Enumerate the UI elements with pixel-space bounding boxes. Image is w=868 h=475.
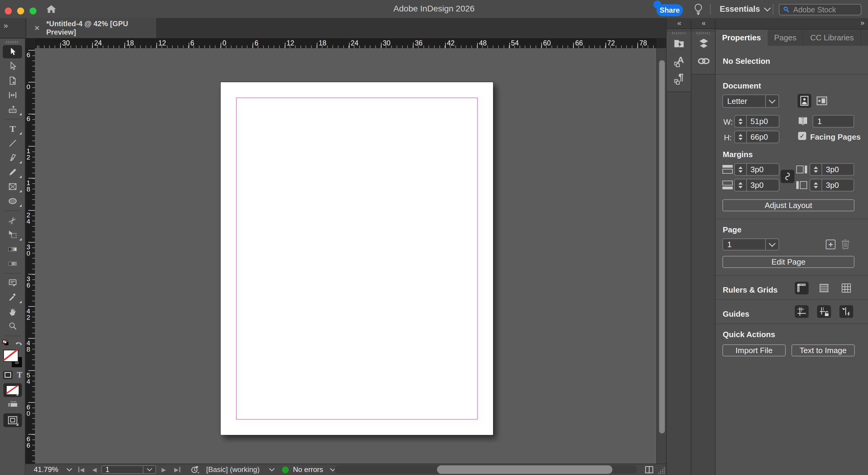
margin-bottom-field[interactable]: 3p0 xyxy=(734,179,779,192)
margin-inside-stepper[interactable] xyxy=(810,179,822,191)
fill-none-swatch[interactable] xyxy=(3,350,19,362)
first-page-icon[interactable]: ◀ xyxy=(79,464,84,475)
page-number-field[interactable]: 1 xyxy=(101,465,156,474)
eyedropper-tool[interactable] xyxy=(0,290,25,305)
width-stepper[interactable] xyxy=(735,115,747,127)
margin-inside-field[interactable]: 3p0 xyxy=(809,179,854,192)
spread-view-icon[interactable] xyxy=(644,466,655,475)
share-button[interactable]: Share xyxy=(656,4,683,16)
next-page-icon[interactable]: ▶ xyxy=(161,464,166,475)
workspace-switcher[interactable]: Essentials xyxy=(720,0,770,18)
lightbulb-icon[interactable] xyxy=(693,3,704,18)
adobe-stock-search-input[interactable]: Adobe Stock xyxy=(779,4,861,15)
expand-toolbar-chevrons[interactable]: » xyxy=(0,18,25,38)
document-grid-icon[interactable] xyxy=(839,282,853,294)
pen-tool[interactable] xyxy=(0,150,25,165)
ellipse-tool[interactable] xyxy=(0,194,25,208)
close-window-button[interactable] xyxy=(5,7,12,14)
character-styles-icon[interactable]: A xyxy=(667,53,691,70)
horizontal-scrollbar[interactable] xyxy=(335,465,637,474)
selection-tool[interactable] xyxy=(0,44,25,59)
width-value[interactable]: 51p0 xyxy=(747,115,779,127)
page-dropdown-chevron[interactable] xyxy=(143,466,156,473)
vertical-scrollbar-thumb[interactable] xyxy=(659,60,665,434)
dock-drag-handle[interactable] xyxy=(672,32,685,34)
formatting-affects-container-icon[interactable] xyxy=(3,371,13,379)
height-field[interactable]: 66p0 xyxy=(734,131,779,143)
home-icon[interactable] xyxy=(45,4,57,15)
view-options-icon[interactable] xyxy=(7,401,18,410)
landscape-orientation-button[interactable] xyxy=(815,94,829,108)
pages-count-field[interactable]: 1 xyxy=(812,115,854,128)
zoom-window-button[interactable] xyxy=(30,7,36,14)
horizontal-scrollbar-thumb[interactable] xyxy=(437,465,613,474)
collapse-dock-chevrons[interactable]: « xyxy=(667,18,691,29)
zoom-level[interactable]: 41.79% xyxy=(34,464,58,475)
gap-tool[interactable] xyxy=(0,88,25,102)
edit-page-button[interactable]: Edit Page xyxy=(722,256,855,268)
baseline-grid-icon[interactable] xyxy=(817,282,831,294)
tab-pages[interactable]: Pages xyxy=(768,30,804,46)
margin-outside-field[interactable]: 3p0 xyxy=(809,163,854,176)
line-tool[interactable] xyxy=(0,136,25,150)
apply-none-button[interactable] xyxy=(3,383,22,397)
ruler-origin-corner[interactable] xyxy=(25,38,35,48)
add-page-icon[interactable]: + xyxy=(826,240,835,249)
close-tab-icon[interactable]: × xyxy=(34,24,40,33)
toolbar-drag-handle[interactable] xyxy=(6,41,19,43)
show-guides-icon[interactable] xyxy=(795,305,809,318)
gradient-swatch-tool[interactable] xyxy=(0,242,25,257)
preflight-chevron[interactable] xyxy=(270,464,274,475)
margin-inside-value[interactable]: 3p0 xyxy=(822,179,854,191)
height-value[interactable]: 66p0 xyxy=(747,131,779,143)
rectangle-frame-tool[interactable] xyxy=(0,179,25,194)
portrait-orientation-button[interactable] xyxy=(798,94,811,108)
default-fill-stroke-icon[interactable] xyxy=(2,340,10,348)
margin-outside-value[interactable]: 3p0 xyxy=(822,164,854,175)
zoom-dropdown-chevron[interactable] xyxy=(67,464,72,475)
tab-properties[interactable]: Properties xyxy=(715,30,768,46)
adjust-layout-button[interactable]: Adjust Layout xyxy=(722,199,855,211)
show-rulers-icon[interactable] xyxy=(795,282,809,294)
preflight-profile[interactable]: [Basic] (working) xyxy=(206,464,259,475)
previous-page-icon[interactable]: ◀ xyxy=(92,464,97,475)
collapse-panel-chevrons[interactable]: » xyxy=(715,18,868,30)
height-stepper[interactable] xyxy=(735,131,747,143)
pencil-tool[interactable] xyxy=(0,165,25,179)
gradient-feather-tool[interactable] xyxy=(0,257,25,271)
vertical-scrollbar[interactable] xyxy=(656,48,666,464)
last-page-icon[interactable]: ▶ xyxy=(174,464,180,475)
page-size-select[interactable]: Letter xyxy=(722,95,779,108)
dock-drag-handle[interactable] xyxy=(696,32,710,34)
page-select[interactable]: 1 xyxy=(722,238,779,250)
margin-top-stepper[interactable] xyxy=(735,164,747,175)
minimize-window-button[interactable] xyxy=(17,7,24,14)
free-transform-tool[interactable] xyxy=(0,228,25,242)
link-margins-icon[interactable] xyxy=(781,170,795,183)
formatting-affects-text-icon[interactable]: T xyxy=(17,370,22,380)
links-icon[interactable] xyxy=(691,53,716,70)
facing-pages-checkbox[interactable] xyxy=(798,132,806,140)
smart-guides-icon[interactable] xyxy=(839,305,853,318)
paragraph-styles-icon[interactable]: ¶ xyxy=(667,70,691,87)
collapse-dock-chevrons[interactable]: « xyxy=(691,18,715,29)
margin-top-value[interactable]: 3p0 xyxy=(747,164,779,175)
screen-mode-button[interactable] xyxy=(3,413,22,427)
scissors-tool[interactable]: ✂ xyxy=(0,213,25,228)
hand-tool[interactable] xyxy=(0,305,25,319)
zoom-tool[interactable] xyxy=(0,319,25,334)
layers-icon[interactable] xyxy=(691,35,716,53)
tab-cc-libraries[interactable]: CC Libraries xyxy=(804,30,861,46)
document-tab[interactable]: × *Untitled-4 @ 42% [GPU Preview] xyxy=(27,18,156,38)
preflight-icon[interactable] xyxy=(190,464,199,475)
margin-top-field[interactable]: 3p0 xyxy=(734,163,779,176)
page-tool[interactable] xyxy=(0,73,25,88)
width-field[interactable]: 51p0 xyxy=(734,115,779,128)
text-to-image-button[interactable]: Text to Image xyxy=(792,344,855,357)
resize-grip-icon[interactable] xyxy=(658,467,665,475)
pages-count-value[interactable]: 1 xyxy=(813,115,854,127)
horizontal-ruler[interactable]: 30241812606121824303642485460667278 xyxy=(35,38,656,48)
type-tool[interactable]: T xyxy=(0,122,25,136)
content-collector-tool[interactable] xyxy=(0,102,25,117)
note-tool[interactable] xyxy=(0,276,25,290)
